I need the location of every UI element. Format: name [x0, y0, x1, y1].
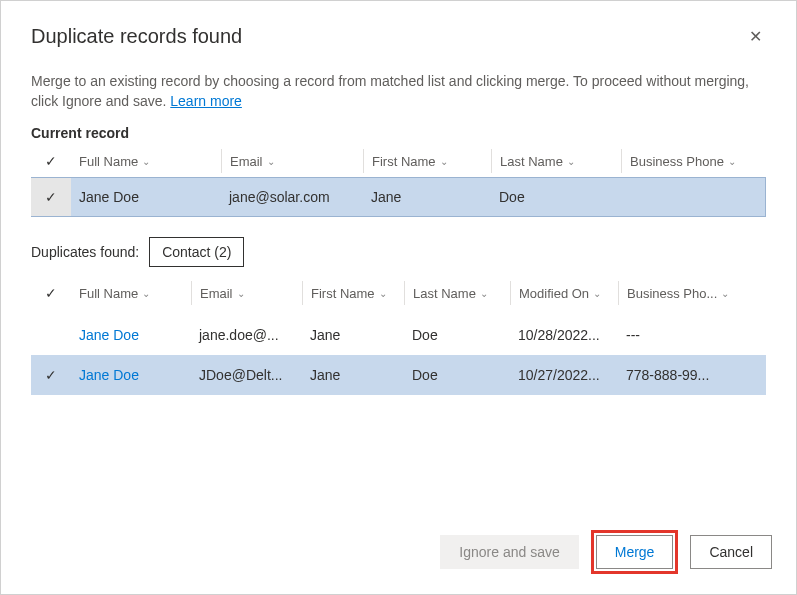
cell-business-phone: 778-888-99...: [618, 367, 748, 383]
col-label: Email: [230, 154, 263, 169]
cell-business-phone: ---: [618, 327, 748, 343]
col-label: First Name: [311, 286, 375, 301]
check-icon: ✓: [45, 285, 57, 301]
cell-first-name: Jane: [302, 367, 404, 383]
col-email[interactable]: Email⌄: [191, 281, 302, 305]
col-label: Last Name: [500, 154, 563, 169]
duplicates-found-line: Duplicates found: Contact (2): [31, 237, 766, 267]
col-label: Business Phone: [630, 154, 724, 169]
col-business-phone[interactable]: Business Pho...⌄: [618, 281, 748, 305]
duplicates-table-header: ✓ Full Name⌄ Email⌄ First Name⌄ Last Nam…: [31, 277, 766, 309]
chevron-down-icon: ⌄: [237, 288, 245, 299]
dialog-title: Duplicate records found: [31, 25, 242, 48]
cell-modified-on: 10/27/2022...: [510, 367, 618, 383]
duplicate-row[interactable]: Jane Doe jane.doe@... Jane Doe 10/28/202…: [31, 315, 766, 355]
col-label: Email: [200, 286, 233, 301]
select-all-current[interactable]: ✓: [31, 153, 71, 169]
col-email[interactable]: Email⌄: [221, 149, 363, 173]
cell-email: jane@solar.com: [221, 189, 363, 205]
col-first-name[interactable]: First Name⌄: [302, 281, 404, 305]
duplicate-records-dialog: Duplicate records found ✕ Merge to an ex…: [0, 0, 797, 595]
chevron-down-icon: ⌄: [567, 156, 575, 167]
col-label: Full Name: [79, 286, 138, 301]
dialog-footer: Ignore and save Merge Cancel: [440, 530, 772, 574]
col-business-phone[interactable]: Business Phone⌄: [621, 149, 761, 173]
cancel-button[interactable]: Cancel: [690, 535, 772, 569]
chevron-down-icon: ⌄: [379, 288, 387, 299]
current-record-row[interactable]: ✓ Jane Doe jane@solar.com Jane Doe: [31, 177, 766, 217]
cell-full-name: Jane Doe: [71, 189, 221, 205]
col-label: Business Pho...: [627, 286, 717, 301]
cell-full-name[interactable]: Jane Doe: [71, 327, 191, 343]
ignore-and-save-button[interactable]: Ignore and save: [440, 535, 578, 569]
cell-last-name: Doe: [491, 189, 621, 205]
close-icon[interactable]: ✕: [745, 25, 766, 48]
cell-last-name: Doe: [404, 367, 510, 383]
merge-highlight: Merge: [591, 530, 679, 574]
col-last-name[interactable]: Last Name⌄: [404, 281, 510, 305]
check-icon: ✓: [45, 189, 57, 205]
chevron-down-icon: ⌄: [728, 156, 736, 167]
cell-email: JDoe@Delt...: [191, 367, 302, 383]
col-last-name[interactable]: Last Name⌄: [491, 149, 621, 173]
cell-modified-on: 10/28/2022...: [510, 327, 618, 343]
chevron-down-icon: ⌄: [267, 156, 275, 167]
col-full-name[interactable]: Full Name⌄: [71, 281, 191, 305]
entity-chip-contact[interactable]: Contact (2): [149, 237, 244, 267]
cell-email: jane.doe@...: [191, 327, 302, 343]
chevron-down-icon: ⌄: [142, 156, 150, 167]
col-label: First Name: [372, 154, 436, 169]
row-selector[interactable]: ✓: [31, 367, 71, 383]
col-label: Last Name: [413, 286, 476, 301]
current-table-header: ✓ Full Name⌄ Email⌄ First Name⌄ Last Nam…: [31, 145, 766, 177]
duplicates-found-label: Duplicates found:: [31, 244, 139, 260]
col-modified-on[interactable]: Modified On⌄: [510, 281, 618, 305]
col-full-name[interactable]: Full Name⌄: [71, 149, 221, 173]
current-record-title: Current record: [31, 125, 766, 141]
chevron-down-icon: ⌄: [440, 156, 448, 167]
col-label: Full Name: [79, 154, 138, 169]
cell-first-name: Jane: [302, 327, 404, 343]
chevron-down-icon: ⌄: [480, 288, 488, 299]
select-all-duplicates[interactable]: ✓: [31, 285, 71, 301]
cell-last-name: Doe: [404, 327, 510, 343]
chevron-down-icon: ⌄: [593, 288, 601, 299]
dialog-description: Merge to an existing record by choosing …: [31, 72, 766, 111]
chevron-down-icon: ⌄: [721, 288, 729, 299]
dialog-header: Duplicate records found ✕: [31, 25, 766, 48]
merge-button[interactable]: Merge: [596, 535, 674, 569]
row-selector[interactable]: ✓: [31, 178, 71, 216]
check-icon: ✓: [45, 153, 57, 169]
chevron-down-icon: ⌄: [142, 288, 150, 299]
current-record-table: ✓ Full Name⌄ Email⌄ First Name⌄ Last Nam…: [31, 145, 766, 217]
cell-full-name[interactable]: Jane Doe: [71, 367, 191, 383]
col-first-name[interactable]: First Name⌄: [363, 149, 491, 173]
duplicates-table: ✓ Full Name⌄ Email⌄ First Name⌄ Last Nam…: [31, 277, 766, 395]
col-label: Modified On: [519, 286, 589, 301]
check-icon: ✓: [45, 367, 57, 383]
cell-first-name: Jane: [363, 189, 491, 205]
duplicate-row[interactable]: ✓ Jane Doe JDoe@Delt... Jane Doe 10/27/2…: [31, 355, 766, 395]
description-text: Merge to an existing record by choosing …: [31, 73, 749, 109]
learn-more-link[interactable]: Learn more: [170, 93, 242, 109]
